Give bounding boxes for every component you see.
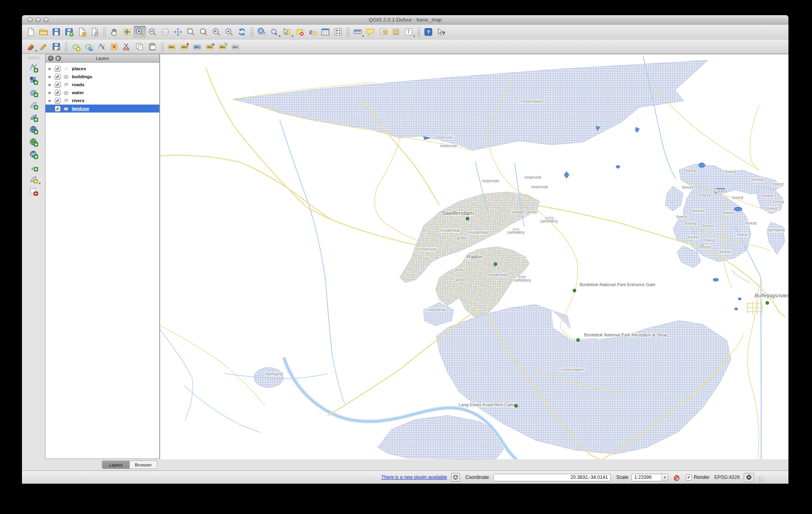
- field-calculator-button[interactable]: [332, 26, 344, 38]
- stop-render-icon[interactable]: [671, 473, 680, 481]
- map-tips-button[interactable]: [364, 26, 376, 38]
- layer-visibility-checkbox[interactable]: ✓: [55, 66, 61, 72]
- label-pin-button[interactable]: abc: [179, 41, 191, 53]
- select-by-expression-button[interactable]: ε: [307, 26, 319, 38]
- coordinate-input[interactable]: [493, 474, 611, 481]
- move-feature-button[interactable]: [83, 41, 95, 53]
- run-feature-action-button[interactable]: ▼: [268, 26, 280, 38]
- label-move-button[interactable]: abc: [204, 41, 216, 53]
- scale-dropdown-arrow[interactable]: ▼: [661, 474, 668, 481]
- add-mssql-layer-button[interactable]: [27, 111, 40, 123]
- add-wcs-layer-button[interactable]: [27, 136, 40, 148]
- layer-item-rivers[interactable]: ▶✓rivers: [46, 97, 159, 105]
- panel-tab-layers[interactable]: Layers: [102, 461, 130, 469]
- help-button[interactable]: ?: [422, 26, 434, 38]
- label-properties-button[interactable]: abc: [230, 41, 242, 53]
- resize-grip[interactable]: [758, 476, 764, 482]
- label-show-hide-button[interactable]: abc: [192, 41, 204, 53]
- save-edits-button[interactable]: [50, 41, 62, 53]
- toolbar-drag-handle[interactable]: [28, 56, 39, 60]
- zoom-out-button[interactable]: [147, 26, 158, 38]
- add-vector-layer-button[interactable]: [27, 61, 40, 74]
- new-shapefile-layer-button[interactable]: ▼: [27, 173, 40, 185]
- cut-features-button[interactable]: [121, 41, 133, 53]
- layer-visibility-checkbox[interactable]: ✓: [55, 98, 61, 104]
- expand-arrow-icon[interactable]: ▶: [49, 67, 53, 71]
- open-project-button[interactable]: [38, 26, 50, 38]
- panel-tab-browser[interactable]: Browser: [130, 461, 157, 469]
- layer-item-places[interactable]: ▶✓places: [46, 65, 159, 73]
- identify-button[interactable]: i: [255, 26, 267, 38]
- panel-close-button[interactable]: ×: [48, 55, 53, 61]
- add-wfs-layer-button[interactable]: [27, 148, 40, 160]
- plugin-icon[interactable]: [451, 473, 460, 482]
- deselect-features-button[interactable]: [294, 26, 306, 38]
- expand-arrow-icon[interactable]: ▶: [49, 99, 53, 103]
- add-feature-button[interactable]: [70, 41, 82, 53]
- layer-item-water[interactable]: ▶✓water: [46, 89, 159, 97]
- scale-label: Scale: [616, 474, 628, 480]
- text-annotation-button[interactable]: T▼: [403, 26, 415, 38]
- zoom-full-button[interactable]: [172, 26, 184, 38]
- minimize-window-button[interactable]: [36, 17, 41, 22]
- layer-visibility-checkbox[interactable]: ✓: [55, 74, 61, 80]
- save-project-as-button[interactable]: [63, 26, 75, 38]
- render-checkbox[interactable]: ✓: [686, 474, 692, 480]
- map-canvas[interactable]: conservationreservoirreservoirreservoirr…: [160, 54, 788, 459]
- whats-this-button[interactable]: ?: [435, 26, 447, 38]
- titlebar[interactable]: QGIS 2.0.1-Dufour - basic_map: [22, 15, 788, 25]
- new-project-button[interactable]: [25, 26, 37, 38]
- expand-arrow-icon[interactable]: ▶: [49, 107, 53, 111]
- expand-arrow-icon[interactable]: ▶: [49, 83, 53, 87]
- composer-manager-button[interactable]: [89, 26, 101, 38]
- layer-polygon-icon: [63, 73, 70, 80]
- delete-selected-button[interactable]: [108, 41, 120, 53]
- current-edits-button[interactable]: ▼: [25, 41, 37, 53]
- crs-button[interactable]: [744, 473, 754, 482]
- zoom-window-button[interactable]: [44, 17, 49, 22]
- zoom-last-button[interactable]: [210, 26, 222, 38]
- toggle-editing-button[interactable]: [38, 41, 50, 53]
- toolbar-separator: [65, 42, 67, 51]
- new-bookmark-button[interactable]: [377, 26, 389, 38]
- layer-item-buildings[interactable]: ▶✓buildings: [46, 73, 159, 81]
- remove-layer-button[interactable]: [27, 185, 40, 198]
- measure-button[interactable]: ▼: [352, 26, 364, 38]
- close-window-button[interactable]: [28, 17, 33, 22]
- show-bookmarks-button[interactable]: [390, 26, 402, 38]
- paste-features-button[interactable]: [147, 41, 158, 53]
- plugin-available-link[interactable]: There is a new plugin available: [381, 474, 447, 480]
- labeling-button[interactable]: abc: [166, 41, 178, 53]
- select-features-button[interactable]: ▼: [281, 26, 293, 38]
- add-raster-layer-button[interactable]: [27, 74, 40, 86]
- zoom-in-button[interactable]: [134, 26, 146, 38]
- layer-item-landuse[interactable]: ▶✓landuse: [46, 105, 159, 113]
- pan-map-button[interactable]: [108, 26, 120, 38]
- node-tool-button[interactable]: [95, 41, 107, 53]
- svg-text:abc: abc: [182, 45, 187, 49]
- layer-visibility-checkbox[interactable]: ✓: [55, 106, 61, 112]
- svg-text:abc: abc: [220, 45, 226, 49]
- add-wms-layer-button[interactable]: [27, 123, 40, 136]
- panel-float-button[interactable]: ◧: [55, 55, 61, 61]
- zoom-to-layer-button[interactable]: [198, 26, 210, 38]
- refresh-button[interactable]: [236, 26, 248, 38]
- attribute-table-button[interactable]: [319, 26, 331, 38]
- expand-arrow-icon[interactable]: ▶: [49, 75, 53, 79]
- copy-features-button[interactable]: [134, 41, 146, 53]
- save-project-button[interactable]: [50, 26, 62, 38]
- scale-combo[interactable]: 1:23396 ▼: [632, 474, 668, 481]
- layer-visibility-checkbox[interactable]: ✓: [55, 90, 61, 96]
- layer-visibility-checkbox[interactable]: ✓: [55, 82, 61, 88]
- layer-item-roads[interactable]: ▶✓roads: [46, 81, 159, 89]
- expand-arrow-icon[interactable]: ▶: [49, 91, 53, 95]
- pan-to-selection-button[interactable]: [121, 26, 133, 38]
- new-composer-button[interactable]: [76, 26, 88, 38]
- add-delimited-text-layer-button[interactable]: ,: [27, 160, 40, 173]
- label-rotate-button[interactable]: abc: [217, 41, 229, 53]
- zoom-next-button[interactable]: [223, 26, 235, 38]
- zoom-native-button[interactable]: 1:1: [159, 26, 171, 38]
- add-spatialite-layer-button[interactable]: [27, 99, 40, 111]
- add-postgis-layer-button[interactable]: [27, 86, 40, 99]
- zoom-to-selection-button[interactable]: [185, 26, 197, 38]
